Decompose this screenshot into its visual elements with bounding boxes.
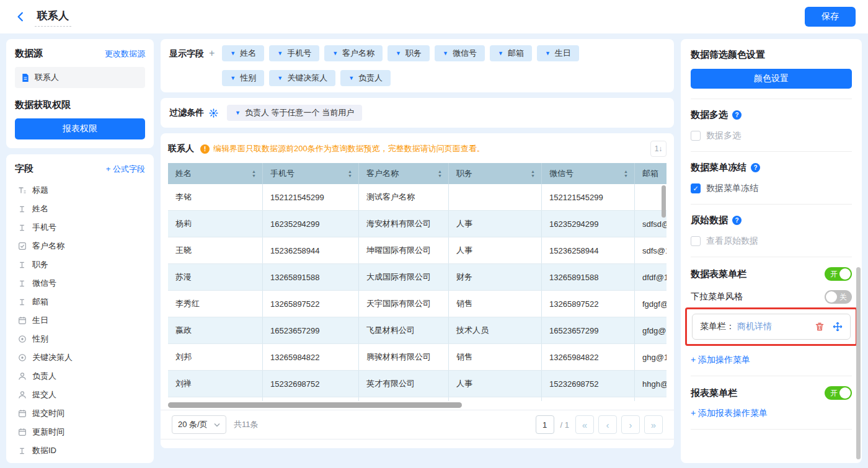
field-item[interactable]: 邮箱	[15, 293, 145, 311]
add-formula-field-link[interactable]: + 公式字段	[106, 164, 145, 175]
field-item[interactable]: 提交人	[15, 386, 145, 404]
sort-carets-icon: ▲▼	[624, 169, 628, 178]
page-title[interactable]: 联系人	[35, 7, 71, 27]
field-item[interactable]: 数据ID	[15, 441, 145, 454]
table-cell: 13265984822	[263, 344, 359, 370]
report-menu-toggle[interactable]: 开	[825, 386, 852, 400]
horizontal-scrollbar-thumb[interactable]	[168, 402, 462, 408]
menu-item-prefix: 菜单栏：	[700, 321, 735, 332]
left-sidebar: 数据源 更改数据源 联系人 数据获取权限 报表权限 字段 + 公式字段 标题姓名…	[6, 39, 154, 463]
move-icon[interactable]	[833, 322, 843, 332]
table-cell: 李秀红	[168, 291, 263, 317]
help-icon[interactable]: ?	[751, 163, 760, 172]
raw-data-checkbox-label: 查看原始数据	[706, 236, 758, 247]
display-field-chip[interactable]: ▼职务	[388, 45, 430, 61]
display-field-chip[interactable]: ▼邮箱	[490, 45, 532, 61]
next-page-button[interactable]: ›	[621, 415, 640, 434]
menu-freeze-checkbox-row[interactable]: 数据菜单冻结	[691, 183, 852, 194]
display-field-chip[interactable]: ▼微信号	[435, 45, 485, 61]
table-cell: 李铭	[168, 184, 263, 210]
sort-carets-icon: ▲▼	[348, 169, 352, 178]
field-item[interactable]: 微信号	[15, 274, 145, 293]
prev-page-button[interactable]: ‹	[598, 415, 617, 434]
table-row: 王晓15236258944坤曜国际有限公司人事15236258944sdfs@1	[168, 237, 666, 264]
table-cell: 腾骏材料有限公司	[359, 344, 449, 370]
table-menu-toggle[interactable]: 开	[825, 267, 852, 281]
save-button[interactable]: 保存	[805, 7, 856, 27]
table-cell: 15236984755	[263, 397, 359, 401]
raw-data-checkbox[interactable]	[691, 236, 701, 246]
column-header-label: 职务	[456, 168, 472, 179]
menu-item-value: 商机详情	[737, 321, 772, 332]
back-icon[interactable]	[12, 9, 29, 25]
table-cell: sdfs@1	[635, 237, 666, 263]
field-item[interactable]: 更新时间	[15, 423, 145, 441]
page-size-select[interactable]: 20 条/页	[172, 415, 226, 434]
chevron-down-icon: ▼	[396, 51, 401, 56]
menu-freeze-checkbox[interactable]	[691, 183, 701, 193]
datasource-title: 数据源	[15, 48, 43, 60]
report-permission-button[interactable]: 报表权限	[15, 118, 145, 139]
display-field-chip[interactable]: ▼手机号	[269, 45, 319, 61]
field-item[interactable]: 性别	[15, 330, 145, 348]
divider	[691, 204, 852, 205]
vertical-scrollbar[interactable]	[662, 185, 666, 218]
display-field-chip[interactable]: ▼负责人	[340, 70, 391, 86]
first-page-button[interactable]: «	[575, 415, 594, 434]
display-field-chip[interactable]: ▼姓名	[222, 45, 264, 61]
multi-select-checkbox[interactable]	[691, 131, 701, 141]
column-header[interactable]: 手机号▲▼	[263, 163, 359, 184]
sort-order-icon[interactable]: 1↓	[650, 141, 666, 157]
field-item[interactable]: 关键决策人	[15, 348, 145, 367]
field-item[interactable]: 手机号	[15, 218, 145, 237]
help-icon[interactable]: ?	[732, 110, 742, 120]
last-page-button[interactable]: »	[644, 415, 663, 434]
raw-data-checkbox-row[interactable]: 查看原始数据	[691, 236, 852, 247]
datasource-item[interactable]: 联系人	[15, 67, 145, 88]
dropdown-style-label: 下拉菜单风格	[691, 291, 743, 302]
multi-select-checkbox-row[interactable]: 数据多选	[691, 130, 852, 141]
add-action-menu-link[interactable]: + 添加操作菜单	[691, 355, 750, 366]
add-report-action-menu-link[interactable]: + 添加报表操作菜单	[691, 408, 768, 419]
column-header[interactable]: 客户名称▲▼	[359, 163, 449, 184]
current-page-box[interactable]: 1	[536, 415, 554, 434]
field-item-label: 性别	[32, 333, 48, 345]
table-body: 李铭152121545299测试客户名称152121545299杨莉162352…	[168, 184, 666, 401]
filter-condition-chip[interactable]: ▼ 负责人 等于任意一个 当前用户	[227, 105, 362, 121]
table-row: 嬴政16523657299飞星材料公司技术人员16523657299gfdg@1	[168, 317, 666, 344]
field-item[interactable]: 标题	[15, 181, 145, 200]
column-header[interactable]: 微信号▲▼	[542, 163, 635, 184]
settings-card: 数据筛选颜色设置 颜色设置 数据多选 ? 数据多选 数据菜单冻结 ? 数据菜单冻…	[681, 39, 862, 463]
table-cell: 152121545299	[263, 184, 359, 210]
column-header[interactable]: 姓名▲▼	[168, 163, 263, 184]
column-header[interactable]: 邮箱▲▼	[635, 163, 666, 184]
display-field-chip[interactable]: ▼性别	[222, 70, 264, 86]
table-cell: 飞星材料公司	[359, 317, 449, 343]
display-field-chip[interactable]: ▼生日	[537, 45, 579, 61]
field-item-label: 手机号	[32, 222, 56, 233]
field-item[interactable]: 提交时间	[15, 404, 145, 423]
person-icon	[17, 391, 27, 399]
display-field-chip[interactable]: ▼客户名称	[324, 45, 383, 61]
field-item[interactable]: 生日	[15, 311, 145, 330]
field-item[interactable]: 负责人	[15, 367, 145, 386]
menu-bar-item[interactable]: 菜单栏： 商机详情	[692, 314, 851, 340]
field-item[interactable]: 客户名称	[15, 237, 145, 255]
display-fields-label: 显示字段	[169, 45, 204, 61]
field-item[interactable]: 姓名	[15, 200, 145, 218]
display-field-chip[interactable]: ▼关键决策人	[269, 70, 335, 86]
dropdown-style-toggle[interactable]: 关	[825, 290, 852, 304]
change-datasource-link[interactable]: 更改数据源	[105, 48, 145, 60]
sidebar-scrollbar[interactable]	[856, 267, 861, 459]
table-cell: 销售	[449, 291, 542, 317]
trash-icon[interactable]	[815, 322, 825, 332]
main-panel: 显示字段 + ▼姓名▼手机号▼客户名称▼职务▼微信号▼邮箱▼生日▼性别▼关键决策…	[161, 39, 674, 463]
color-settings-button[interactable]: 颜色设置	[691, 69, 852, 89]
help-icon[interactable]: ?	[732, 216, 742, 225]
add-display-field-icon[interactable]: +	[209, 45, 215, 61]
column-header[interactable]: 职务▲▼	[449, 163, 542, 184]
table-row: 李秀红13265897522天宇国际有限公司销售13265897522fgdgf…	[168, 291, 666, 317]
gear-icon[interactable]	[209, 108, 218, 118]
field-item[interactable]: 职务	[15, 255, 145, 274]
date-icon	[17, 428, 27, 436]
